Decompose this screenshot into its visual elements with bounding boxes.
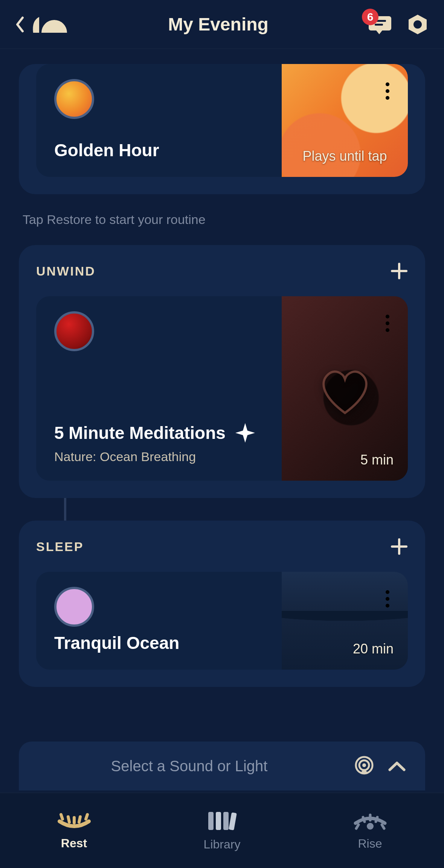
routine-hint: Tap Restore to start your routine bbox=[23, 212, 425, 227]
svg-point-4 bbox=[386, 82, 389, 86]
library-icon bbox=[206, 810, 238, 832]
unwind-card-duration: 5 min bbox=[360, 452, 394, 468]
section-connector bbox=[64, 498, 66, 521]
cast-button[interactable] bbox=[354, 755, 375, 777]
sleep-card-duration: 20 min bbox=[353, 641, 394, 657]
restore-card[interactable]: Golden Hour Plays until tap bbox=[36, 64, 408, 177]
unwind-card[interactable]: 5 Minute Meditations Nature: Ocean Breat… bbox=[36, 296, 408, 481]
svg-line-20 bbox=[86, 815, 87, 819]
svg-line-30 bbox=[382, 825, 384, 828]
sleep-section: SLEEP Tranquil Ocean 20 min bbox=[19, 521, 425, 687]
tab-bar: Rest Library Rise bbox=[0, 793, 444, 868]
unwind-card-subtitle: Nature: Ocean Breathing bbox=[54, 449, 264, 464]
back-icon[interactable] bbox=[15, 16, 25, 33]
heart-icon bbox=[317, 368, 373, 417]
unwind-section: UNWIND 5 Minute Meditations Nature: Ocea… bbox=[19, 245, 425, 498]
notification-badge: 6 bbox=[362, 9, 378, 25]
svg-point-15 bbox=[362, 763, 366, 767]
settings-button[interactable] bbox=[406, 13, 429, 36]
restore-section: Golden Hour Plays until tap bbox=[19, 64, 425, 194]
svg-rect-1 bbox=[375, 24, 383, 26]
unwind-card-menu-button[interactable] bbox=[385, 314, 390, 332]
svg-line-29 bbox=[376, 817, 377, 822]
plus-icon bbox=[391, 262, 408, 280]
sun-orb-icon bbox=[54, 79, 94, 119]
tab-rise-label: Rise bbox=[358, 837, 382, 851]
sleep-card-menu-button[interactable] bbox=[385, 590, 390, 608]
notifications-button[interactable]: 6 bbox=[369, 14, 391, 35]
svg-point-5 bbox=[386, 89, 389, 93]
tab-rest-label: Rest bbox=[61, 836, 87, 850]
header-bar: My Evening 6 bbox=[0, 0, 444, 49]
svg-rect-21 bbox=[208, 812, 214, 830]
mini-player-prompt: Select a Sound or Light bbox=[38, 758, 341, 775]
svg-point-10 bbox=[386, 590, 389, 594]
restore-card-menu-button[interactable] bbox=[385, 82, 390, 100]
tab-rest[interactable]: Rest bbox=[0, 793, 148, 868]
plus-icon bbox=[391, 538, 408, 555]
restore-card-caption: Plays until tap bbox=[282, 148, 408, 164]
unwind-add-button[interactable] bbox=[391, 262, 408, 280]
mini-player[interactable]: Select a Sound or Light bbox=[19, 742, 425, 790]
restore-card-title: Golden Hour bbox=[54, 140, 264, 160]
ruby-orb-icon bbox=[54, 311, 94, 351]
expand-player-button[interactable] bbox=[388, 760, 406, 772]
rise-icon bbox=[353, 810, 387, 831]
sleep-card-art: 20 min bbox=[282, 572, 408, 670]
svg-point-3 bbox=[413, 20, 422, 29]
cast-icon bbox=[354, 755, 375, 777]
sleep-title: SLEEP bbox=[36, 539, 84, 554]
sparkle-icon bbox=[235, 422, 256, 443]
unwind-card-art: 5 min bbox=[282, 296, 408, 481]
sleep-add-button[interactable] bbox=[391, 538, 408, 555]
svg-point-11 bbox=[386, 597, 389, 601]
svg-point-9 bbox=[386, 328, 389, 332]
svg-point-12 bbox=[386, 604, 389, 608]
tab-library[interactable]: Library bbox=[148, 793, 296, 868]
chevron-up-icon bbox=[388, 760, 406, 772]
tab-library-label: Library bbox=[204, 838, 241, 851]
svg-line-19 bbox=[79, 817, 80, 822]
svg-point-8 bbox=[386, 321, 389, 325]
svg-rect-24 bbox=[229, 812, 237, 830]
svg-line-17 bbox=[68, 817, 69, 822]
svg-rect-23 bbox=[223, 812, 229, 830]
svg-rect-22 bbox=[216, 812, 221, 830]
lilac-orb-icon bbox=[54, 587, 94, 627]
unwind-card-title: 5 Minute Meditations bbox=[54, 423, 226, 443]
svg-line-27 bbox=[363, 817, 365, 822]
svg-line-26 bbox=[356, 825, 359, 828]
app-logo-icon bbox=[30, 13, 68, 36]
main-content: Golden Hour Plays until tap Tap Restore … bbox=[0, 49, 444, 687]
gear-icon bbox=[406, 13, 429, 36]
svg-point-25 bbox=[367, 823, 374, 830]
sleep-card-title: Tranquil Ocean bbox=[54, 633, 264, 653]
svg-line-16 bbox=[61, 815, 63, 819]
svg-point-7 bbox=[386, 315, 389, 318]
page-title: My Evening bbox=[68, 14, 369, 35]
rest-icon bbox=[57, 811, 91, 831]
restore-card-art: Plays until tap bbox=[282, 64, 408, 177]
tab-rise[interactable]: Rise bbox=[296, 793, 444, 868]
sleep-card[interactable]: Tranquil Ocean 20 min bbox=[36, 572, 408, 670]
unwind-title: UNWIND bbox=[36, 264, 96, 279]
svg-point-6 bbox=[386, 96, 389, 100]
